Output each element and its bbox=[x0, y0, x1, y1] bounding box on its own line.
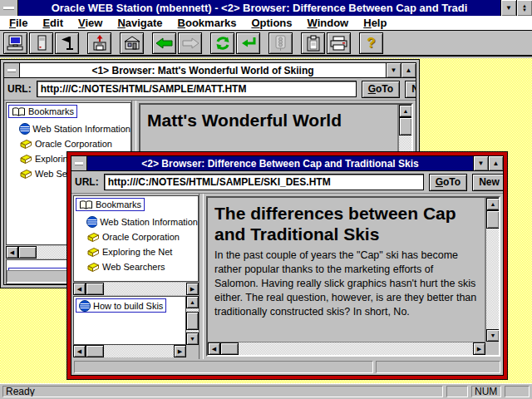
window2-goto-button[interactable]: GoTo bbox=[429, 174, 467, 191]
system-menu-icon bbox=[75, 162, 83, 165]
window2-titlebar[interactable]: <2> Browser: Difference Between Cap and … bbox=[71, 156, 503, 171]
book-icon bbox=[19, 139, 32, 150]
scroll-down-arrow[interactable]: ▼ bbox=[486, 329, 500, 342]
scroll-left-arrow[interactable]: ◀ bbox=[6, 284, 18, 285]
globe-icon bbox=[19, 123, 30, 135]
scroll-right-arrow[interactable]: ▶ bbox=[473, 342, 485, 355]
minimize-button[interactable]: ▼ bbox=[500, 0, 516, 16]
home-button[interactable] bbox=[120, 32, 144, 54]
menu-view[interactable]: View bbox=[71, 17, 110, 29]
bookmark-item[interactable]: Oracle Corporation bbox=[19, 138, 131, 150]
window2-system-menu-button[interactable] bbox=[71, 156, 87, 170]
open-book-icon bbox=[79, 200, 93, 210]
bookmark-item[interactable]: Web Station Information bbox=[19, 123, 131, 135]
num-lock-indicator: NUM bbox=[471, 386, 501, 397]
print-icon bbox=[330, 36, 348, 51]
window1-minimize-button[interactable]: ▼ bbox=[386, 63, 401, 77]
scroll-track[interactable] bbox=[104, 283, 186, 295]
scroll-thumb[interactable] bbox=[18, 284, 37, 285]
menu-file[interactable]: File bbox=[2, 17, 35, 29]
menu-options[interactable]: Options bbox=[244, 17, 299, 29]
scroll-left-arrow[interactable]: ◀ bbox=[208, 342, 220, 355]
scroll-right-arrow[interactable]: ▶ bbox=[174, 345, 186, 357]
scroll-thumb[interactable] bbox=[186, 312, 199, 330]
menu-navigate[interactable]: Navigate bbox=[110, 17, 170, 29]
window2-bookmark-list: Bookmarks Web Station Information Oracle… bbox=[73, 195, 199, 282]
window2-content-hscrollbar[interactable]: ◀ ▶ bbox=[208, 342, 485, 355]
mdi-client-area: <1> Browser: Matt's Wonderful World of S… bbox=[0, 58, 532, 383]
window2-maximize-button[interactable]: ▲ bbox=[488, 156, 503, 170]
scroll-up-arrow[interactable]: ▲ bbox=[399, 105, 412, 117]
window2-new-button[interactable]: New bbox=[472, 174, 503, 191]
window1-maximize-button[interactable]: ▲ bbox=[401, 63, 416, 77]
scroll-left-arrow[interactable]: ◀ bbox=[6, 246, 18, 259]
scroll-thumb[interactable] bbox=[486, 210, 500, 229]
window1-titlebar[interactable]: <1> Browser: Matt's Wonderful World of S… bbox=[4, 63, 416, 78]
help-button[interactable]: ? bbox=[359, 32, 383, 54]
window2-bookmarks-hscrollbar[interactable]: ◀ ▶ bbox=[73, 283, 199, 295]
scroll-up-arrow[interactable]: ▲ bbox=[486, 198, 500, 210]
scroll-thumb[interactable] bbox=[86, 283, 104, 295]
clipboard-button[interactable] bbox=[301, 32, 325, 54]
bookmarks-header[interactable]: Bookmarks bbox=[76, 198, 145, 211]
menu-window[interactable]: Window bbox=[300, 17, 357, 29]
main-titlebar[interactable]: Oracle WEB Station (mbennett) - <2> Brow… bbox=[0, 0, 532, 16]
menu-help[interactable]: Help bbox=[356, 17, 394, 29]
window2-content-vscrollbar[interactable]: ▲ ▼ bbox=[485, 198, 499, 342]
bookmark-item[interactable]: Web Searchers bbox=[86, 261, 198, 273]
scroll-left-arrow[interactable]: ◀ bbox=[73, 345, 86, 357]
window1-title: <1> Browser: Matt's Wonderful World of S… bbox=[20, 63, 386, 77]
globe-icon bbox=[79, 300, 91, 312]
system-menu-icon bbox=[3, 7, 14, 9]
server-button[interactable] bbox=[29, 32, 53, 54]
stoplight-button[interactable] bbox=[268, 32, 293, 54]
window2-splitter[interactable] bbox=[199, 194, 204, 359]
menu-edit[interactable]: Edit bbox=[35, 17, 71, 29]
window1-url-input[interactable]: http:///C:/NOTES/HTML/SAMPLE/MATT.HTM bbox=[37, 81, 357, 97]
book-icon bbox=[86, 247, 100, 258]
scroll-left-arrow[interactable]: ◀ bbox=[73, 283, 86, 295]
window1-new-button[interactable]: New bbox=[405, 81, 416, 98]
bookmark-item[interactable]: Exploring the Net bbox=[86, 246, 198, 259]
scroll-right-arrow[interactable]: ▶ bbox=[186, 283, 199, 295]
window2-url-input[interactable]: http:///C:/NOTES/HTML/SAMPLE/SKI_DES.HTM bbox=[104, 174, 424, 190]
print-button[interactable] bbox=[327, 32, 351, 54]
status-cell-1 bbox=[446, 386, 468, 397]
flag-button[interactable] bbox=[55, 32, 79, 54]
scroll-thumb[interactable] bbox=[220, 342, 239, 355]
back-button[interactable] bbox=[152, 32, 176, 54]
forward-button[interactable] bbox=[178, 32, 202, 54]
bookmark-item[interactable]: Oracle Corporation bbox=[86, 231, 198, 244]
window1-goto-button[interactable]: GoTo bbox=[362, 81, 400, 98]
window2-pagelist-vscrollbar[interactable]: ▲ ▼ bbox=[186, 296, 199, 345]
open-book-icon bbox=[12, 106, 26, 117]
url-label: URL: bbox=[7, 83, 32, 95]
system-menu-button[interactable] bbox=[0, 0, 18, 16]
menu-bookmarks[interactable]: Bookmarks bbox=[170, 17, 244, 29]
bookmark-item[interactable]: Web Station Information bbox=[86, 216, 198, 229]
enter-button[interactable] bbox=[236, 32, 260, 54]
computer-icon bbox=[7, 35, 25, 52]
restore-button[interactable]: ▲▼ bbox=[516, 0, 532, 16]
bookmarks-header[interactable]: Bookmarks bbox=[8, 105, 77, 118]
window2-frame[interactable]: <2> Browser: Difference Between Cap and … bbox=[67, 152, 507, 379]
scroll-thumb[interactable] bbox=[18, 246, 37, 259]
window2-pagelist-hscrollbar[interactable]: ◀ ▶ bbox=[73, 345, 186, 357]
window1-system-menu-button[interactable] bbox=[4, 63, 20, 77]
window2-selected-page[interactable]: How to build Skis bbox=[76, 298, 166, 313]
scroll-track[interactable] bbox=[239, 342, 473, 355]
enter-icon bbox=[240, 37, 257, 50]
scroll-down-arrow[interactable]: ▼ bbox=[186, 332, 199, 345]
reload-button[interactable] bbox=[210, 32, 234, 54]
save-upload-icon bbox=[91, 35, 108, 52]
scroll-track[interactable] bbox=[104, 345, 174, 357]
book-icon bbox=[19, 169, 32, 180]
computer-button[interactable] bbox=[3, 32, 27, 54]
window2-minimize-button[interactable]: ▼ bbox=[473, 156, 488, 170]
clipboard-icon bbox=[306, 35, 321, 52]
save-upload-button[interactable] bbox=[87, 32, 111, 54]
scroll-track[interactable] bbox=[486, 229, 499, 329]
scroll-thumb[interactable] bbox=[86, 345, 104, 357]
scroll-thumb[interactable] bbox=[399, 117, 412, 135]
scroll-up-arrow[interactable]: ▲ bbox=[186, 296, 199, 308]
